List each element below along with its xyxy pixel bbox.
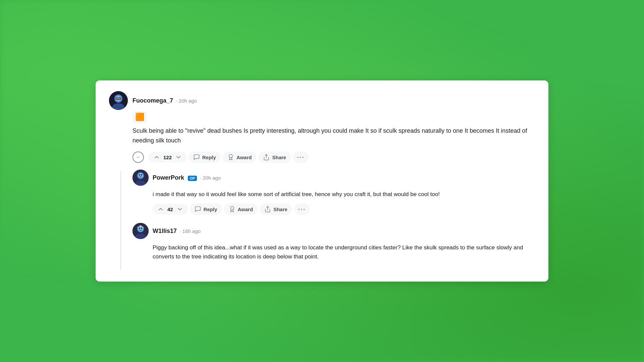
- reply-button[interactable]: Reply: [189, 152, 221, 163]
- op-badge: OP: [188, 176, 197, 181]
- reply-w1llis17-timestamp: · 16h ago: [180, 228, 201, 234]
- reply-powerpork-reply-label: Reply: [204, 206, 217, 212]
- svg-point-12: [139, 174, 140, 176]
- svg-rect-5: [116, 98, 120, 99]
- reply-powerpork-user-info: PowerPork OP · 20h ago: [153, 174, 221, 181]
- reply-powerpork-vote-count: 42: [167, 206, 173, 212]
- reply-powerpork-award-button[interactable]: Award: [224, 203, 258, 215]
- downvote-button[interactable]: [175, 154, 182, 161]
- reply-powerpork-header: PowerPork OP · 20h ago: [132, 170, 535, 186]
- upvote-button[interactable]: [153, 154, 160, 161]
- svg-point-22: [140, 225, 142, 227]
- top-comment-body: Sculk being able to "revive" dead bushes…: [132, 126, 535, 145]
- top-comment-action-bar: − 122 Reply Award Share: [132, 152, 535, 163]
- reply-powerpork-username: PowerPork: [153, 174, 184, 181]
- top-comment: Fuocomega_7 · 20h ago 🟧 Sculk being able…: [109, 91, 535, 163]
- reply-w1llis17-header: W1llis17 · 16h ago: [132, 223, 535, 239]
- thread-line-col: [109, 170, 132, 269]
- reply-powerpork-share-label: Share: [273, 206, 287, 212]
- nested-comments: PowerPork OP · 20h ago i made it that wa…: [132, 170, 535, 269]
- comment-card: Fuocomega_7 · 20h ago 🟧 Sculk being able…: [96, 80, 548, 281]
- more-options-button[interactable]: ···: [293, 152, 309, 163]
- reply-w1llis17-user-info: W1llis17 · 16h ago: [153, 228, 201, 235]
- award-label: Award: [236, 155, 252, 160]
- reply-w1llis17-username: W1llis17: [153, 228, 177, 234]
- reply-label: Reply: [202, 155, 216, 160]
- reply-powerpork-body: i made it that way so it would feel like…: [153, 190, 535, 199]
- vote-count: 122: [163, 155, 172, 160]
- reply-powerpork-timestamp: · 20h ago: [200, 175, 221, 181]
- collapse-icon: −: [137, 154, 140, 160]
- emoji-badge: 🟧: [132, 111, 147, 123]
- reply-w1llis17: W1llis17 · 16h ago Piggy backing off of …: [132, 223, 535, 261]
- reply-powerpork-share-button[interactable]: Share: [260, 203, 292, 215]
- collapse-button[interactable]: −: [132, 152, 144, 163]
- thread-container: PowerPork OP · 20h ago i made it that wa…: [109, 170, 535, 269]
- reply-powerpork-upvote[interactable]: [157, 206, 164, 213]
- reply-powerpork-award-label: Award: [238, 206, 253, 212]
- share-label: Share: [272, 155, 286, 160]
- top-comment-user-info: Fuocomega_7 · 20h ago: [132, 97, 197, 104]
- svg-point-20: [139, 228, 140, 229]
- emoji-row: 🟧: [132, 111, 535, 123]
- top-comment-header: Fuocomega_7 · 20h ago: [109, 91, 535, 110]
- top-comment-timestamp: · 20h ago: [176, 98, 197, 104]
- share-button[interactable]: Share: [258, 152, 291, 163]
- svg-point-21: [141, 228, 142, 229]
- reply-powerpork-downvote[interactable]: [176, 206, 183, 213]
- reply-powerpork-actions: 42 Reply Award: [153, 203, 535, 215]
- reply-powerpork-more-button[interactable]: ···: [294, 203, 310, 215]
- avatar: [109, 91, 128, 110]
- reply-w1llis17-body: Piggy backing off of this idea...what if…: [153, 243, 535, 261]
- reply-powerpork-reply-button[interactable]: Reply: [190, 203, 222, 215]
- reply-powerpork-vote-group: 42: [153, 204, 188, 215]
- svg-point-13: [141, 174, 142, 176]
- thread-line: [120, 171, 121, 269]
- reply-w1llis17-avatar: [132, 223, 149, 239]
- reply-powerpork-avatar: [132, 170, 149, 186]
- award-button[interactable]: Award: [223, 152, 257, 163]
- reply-powerpork: PowerPork OP · 20h ago i made it that wa…: [132, 170, 535, 215]
- vote-group: 122: [149, 152, 186, 163]
- top-comment-username: Fuocomega_7: [132, 97, 173, 104]
